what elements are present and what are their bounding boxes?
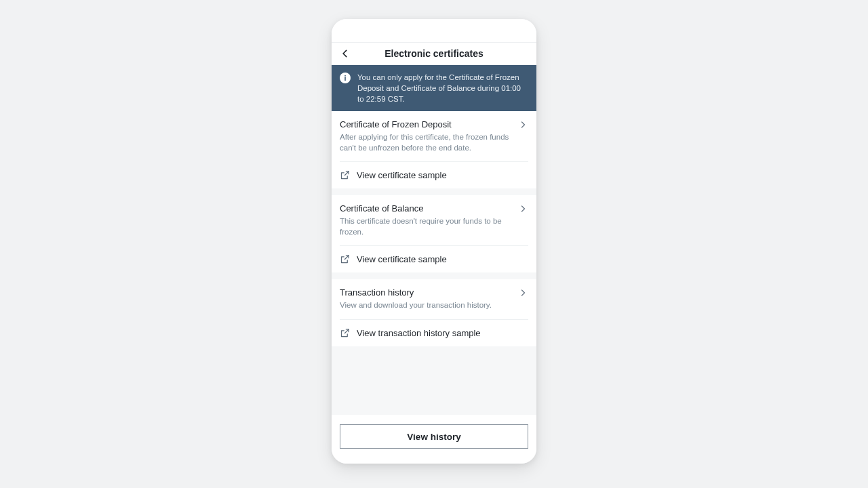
content-area: Certificate of Frozen Deposit After appl…	[332, 111, 536, 415]
row-frozen-deposit[interactable]: Certificate of Frozen Deposit After appl…	[332, 111, 536, 161]
row-transaction-history-sample[interactable]: View transaction history sample	[332, 320, 536, 346]
row-transaction-history[interactable]: Transaction history View and download yo…	[332, 279, 536, 319]
card-transaction-history: Transaction history View and download yo…	[332, 279, 536, 346]
info-icon: i	[340, 73, 351, 83]
external-link-icon	[340, 254, 350, 264]
card-desc: This certificate doesn't require your fu…	[340, 216, 512, 237]
sample-link-label: View certificate sample	[357, 170, 447, 180]
chevron-left-icon	[340, 49, 350, 58]
view-history-button[interactable]: View history	[340, 424, 528, 449]
card-title: Certificate of Frozen Deposit	[340, 119, 512, 129]
chevron-right-icon	[519, 205, 527, 213]
card-title: Transaction history	[340, 287, 512, 298]
row-balance-sample[interactable]: View certificate sample	[332, 246, 536, 272]
info-banner: i You can only apply for the Certificate…	[332, 65, 536, 111]
phone-frame: Electronic certificates i You can only a…	[332, 19, 536, 464]
external-link-icon	[340, 328, 350, 338]
chevron-right-icon	[519, 121, 527, 129]
card-frozen-deposit: Certificate of Frozen Deposit After appl…	[332, 111, 536, 188]
page-title: Electronic certificates	[332, 48, 536, 59]
card-title: Certificate of Balance	[340, 203, 512, 214]
card-desc: After applying for this certificate, the…	[340, 132, 512, 153]
sample-link-label: View transaction history sample	[357, 328, 481, 338]
footer: View history	[332, 415, 536, 464]
back-button[interactable]	[338, 47, 352, 60]
card-desc: View and download your transaction histo…	[340, 300, 512, 311]
info-banner-text: You can only apply for the Certificate o…	[357, 72, 528, 104]
status-bar	[332, 19, 536, 42]
sample-link-label: View certificate sample	[357, 254, 447, 264]
row-frozen-deposit-sample[interactable]: View certificate sample	[332, 162, 536, 188]
row-balance[interactable]: Certificate of Balance This certificate …	[332, 195, 536, 245]
button-label: View history	[407, 432, 460, 442]
external-link-icon	[340, 170, 350, 180]
chevron-right-icon	[519, 289, 527, 297]
card-balance: Certificate of Balance This certificate …	[332, 195, 536, 272]
nav-bar: Electronic certificates	[332, 42, 536, 65]
